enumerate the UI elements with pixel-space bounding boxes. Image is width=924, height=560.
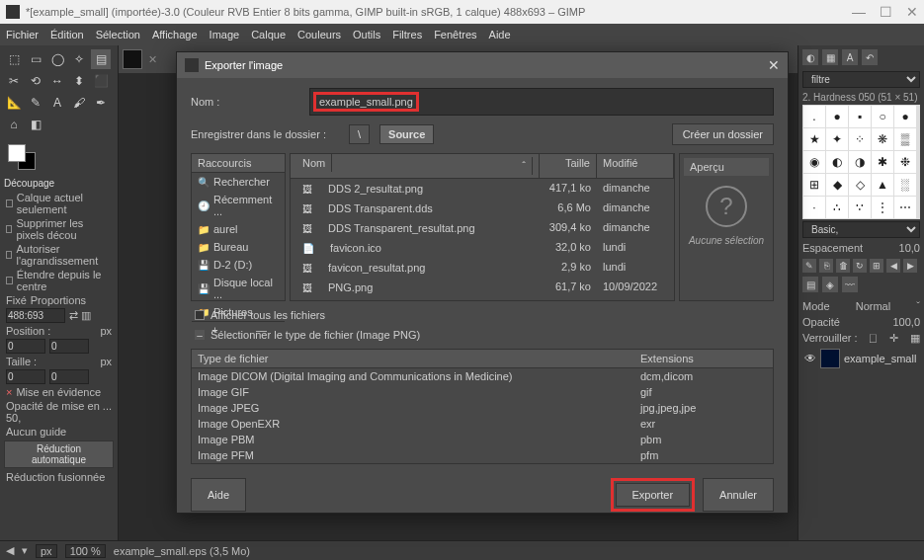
brush-preset[interactable]: ✦ xyxy=(826,128,848,150)
tool-3[interactable]: ✧ xyxy=(69,49,89,69)
tool-8[interactable]: ⬍ xyxy=(69,71,89,91)
brush-preset[interactable]: ✱ xyxy=(872,151,893,173)
brush-preset[interactable]: ⋮ xyxy=(872,197,893,218)
ft-col-type[interactable]: Type de fichier xyxy=(192,350,634,367)
tool-4[interactable]: ▤ xyxy=(91,49,111,69)
help-button[interactable]: Aide xyxy=(191,478,246,512)
menu-calque[interactable]: Calque xyxy=(251,29,286,40)
file-row[interactable]: 🖼PSD_resultat_resultat.png2,0 komardi xyxy=(291,297,674,300)
nav-left-icon[interactable]: ◀ xyxy=(6,544,14,557)
channels-tab-icon[interactable]: ◈ xyxy=(822,277,838,292)
cancel-button[interactable]: Annuler xyxy=(703,478,774,512)
lock-alpha-icon[interactable]: ▦ xyxy=(910,332,920,345)
place-item[interactable]: 💾Disque local ... xyxy=(192,274,285,303)
tool-12[interactable]: A xyxy=(47,93,67,113)
layer-name[interactable]: example_small xyxy=(844,353,916,364)
menu-sélection[interactable]: Sélection xyxy=(96,29,140,40)
chevron-down-icon[interactable]: ˇ xyxy=(916,300,920,312)
tool-16[interactable]: ◧ xyxy=(26,115,45,134)
brush-preset[interactable]: · xyxy=(803,197,825,218)
export-button[interactable]: Exporter xyxy=(616,483,691,507)
brush-preset[interactable]: ○ xyxy=(872,106,893,127)
menu-affichage[interactable]: Affichage xyxy=(152,29,198,40)
tab-close-icon[interactable]: ✕ xyxy=(148,53,157,66)
brush-preset[interactable]: ❋ xyxy=(872,128,893,150)
filter-select[interactable]: filtre xyxy=(802,71,920,88)
spacing-value[interactable]: 10,0 xyxy=(899,242,920,254)
ratio-input[interactable] xyxy=(6,308,65,323)
brush-preset[interactable]: ⊞ xyxy=(803,174,825,196)
dialog-close-icon[interactable]: ✕ xyxy=(768,57,780,73)
place-item[interactable]: 📁Bureau xyxy=(192,238,285,256)
brush-action-icon[interactable]: 🗑 xyxy=(836,259,850,273)
tool-15[interactable]: ⌂ xyxy=(4,115,24,134)
filename-input[interactable]: example_small.png xyxy=(313,92,419,112)
file-row[interactable]: 📄favicon.ico32,0 kolundi xyxy=(291,238,674,258)
tool-2[interactable]: ◯ xyxy=(47,49,67,69)
lock-pixel-icon[interactable]: ⎕ xyxy=(870,332,877,345)
opacity-value[interactable]: 100,0 xyxy=(892,316,920,328)
sort-asc-icon[interactable]: ˆ xyxy=(516,157,533,175)
fg-color-swatch[interactable] xyxy=(8,144,26,162)
patterns-tab-icon[interactable]: ▦ xyxy=(822,49,838,65)
brush-preset[interactable]: ◆ xyxy=(826,174,848,196)
menu-filtres[interactable]: Filtres xyxy=(392,29,422,40)
highlight-opacity[interactable]: Opacité de mise en ... 50, xyxy=(4,399,114,425)
file-row[interactable]: 🖼favicon_resultat.png2,9 kolundi xyxy=(291,258,674,278)
no-guide-label[interactable]: Aucun guide xyxy=(4,425,114,439)
file-row[interactable]: 🖼DDS 2_resultat.png417,1 kodimanche xyxy=(291,179,674,199)
paths-tab-icon[interactable]: 〰 xyxy=(842,277,858,292)
brush-action-icon[interactable]: ⊞ xyxy=(870,259,883,273)
brush-preset[interactable]: ❉ xyxy=(894,151,916,173)
fonts-tab-icon[interactable]: A xyxy=(842,49,858,65)
brush-action-icon[interactable]: ⎘ xyxy=(819,259,833,273)
menu-outils[interactable]: Outils xyxy=(353,29,380,40)
brush-preset[interactable]: . xyxy=(803,106,825,127)
file-row[interactable]: 🖼DDS Transparent.dds6,6 Modimanche xyxy=(291,199,674,218)
fused-reduce-label[interactable]: Réduction fusionnée xyxy=(6,471,105,483)
brush-preset[interactable]: ⁘ xyxy=(849,128,871,150)
menu-aide[interactable]: Aide xyxy=(489,29,511,40)
size-x-input[interactable] xyxy=(6,369,45,384)
brush-preset[interactable]: ∴ xyxy=(826,197,848,218)
brush-preset[interactable]: ░ xyxy=(894,174,916,196)
filetype-row[interactable]: Image OpenEXRexr xyxy=(192,416,773,432)
col-modified[interactable]: Modifié xyxy=(597,154,674,178)
close-button[interactable]: ✕ xyxy=(906,4,918,20)
brush-preset[interactable]: ★ xyxy=(803,128,825,150)
path-root-button[interactable]: \ xyxy=(349,124,370,144)
nav-down-icon[interactable]: ▾ xyxy=(22,544,28,557)
filetype-collapse-icon[interactable]: – xyxy=(195,330,205,340)
brush-preset[interactable]: ▪ xyxy=(849,106,871,127)
lock-pos-icon[interactable]: ✛ xyxy=(889,332,898,345)
place-item[interactable]: 🕘Récemment ... xyxy=(192,191,285,220)
tool-9[interactable]: ⬛ xyxy=(91,71,111,91)
tool-7[interactable]: ↔ xyxy=(47,71,67,91)
menu-couleurs[interactable]: Couleurs xyxy=(297,29,341,40)
tool-5[interactable]: ✂ xyxy=(4,71,24,91)
basic-select[interactable]: Basic, xyxy=(802,221,920,238)
brush-preset[interactable]: ◉ xyxy=(803,151,825,173)
col-name[interactable]: Nom ˆ xyxy=(291,154,540,178)
layer-row[interactable]: 👁 example_small xyxy=(802,347,920,370)
select-type-label[interactable]: Sélectionner le type de fichier (Image P… xyxy=(210,329,420,341)
filetype-row[interactable]: Image DICOM (Digital Imaging and Communi… xyxy=(192,368,773,384)
brushes-tab-icon[interactable]: ◐ xyxy=(802,49,818,65)
brush-preset[interactable]: ● xyxy=(894,106,916,127)
brush-preset[interactable]: ◇ xyxy=(849,174,871,196)
pos-y-input[interactable] xyxy=(49,339,89,354)
zoom-dropdown[interactable]: 100 % xyxy=(65,544,106,558)
filetype-row[interactable]: Image PFMpfm xyxy=(192,447,773,463)
brush-action-icon[interactable]: ▶ xyxy=(903,259,917,273)
place-item[interactable]: 💾D-2 (D:) xyxy=(192,256,285,274)
brush-preset[interactable]: ∵ xyxy=(849,197,871,218)
file-row[interactable]: 🖼PNG.png61,7 ko10/09/2022 xyxy=(291,278,674,297)
tool-11[interactable]: ✎ xyxy=(26,93,45,113)
menu-édition[interactable]: Édition xyxy=(50,29,84,40)
brush-grid[interactable]: .●▪○●★✦⁘❋▒◉◐◑✱❉⊞◆◇▲░·∴∵⋮⋯ xyxy=(802,105,920,219)
menu-image[interactable]: Image xyxy=(210,29,240,40)
menu-fenêtres[interactable]: Fenêtres xyxy=(434,29,476,40)
tool-1[interactable]: ▭ xyxy=(26,49,45,69)
minimize-button[interactable]: — xyxy=(852,4,866,20)
brush-preset[interactable]: ◐ xyxy=(826,151,848,173)
